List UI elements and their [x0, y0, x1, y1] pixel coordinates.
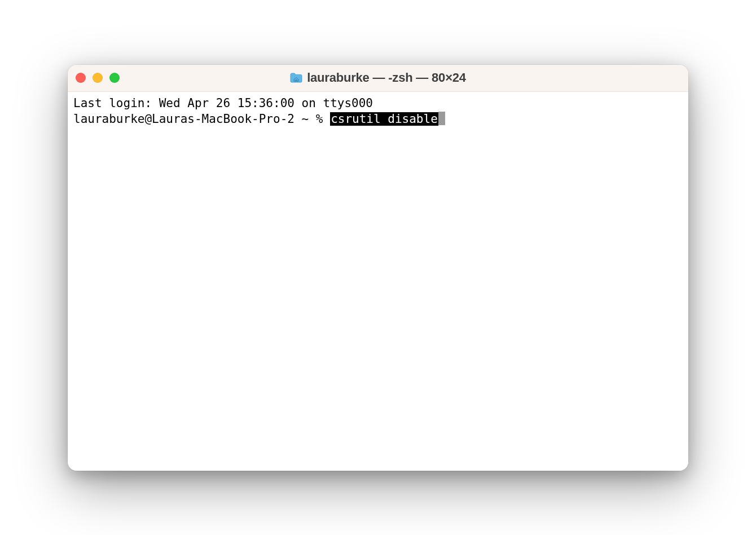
close-icon[interactable]: [76, 73, 86, 83]
home-folder-icon: [290, 73, 302, 83]
terminal-body[interactable]: Last login: Wed Apr 26 15:36:00 on ttys0…: [68, 92, 688, 471]
traffic-lights: [76, 73, 120, 83]
cursor-icon: [438, 112, 445, 125]
minimize-icon[interactable]: [93, 73, 103, 83]
prompt-line: lauraburke@Lauras-MacBook-Pro-2 ~ % csru…: [73, 111, 683, 127]
terminal-window: lauraburke — -zsh — 80×24 Last login: We…: [68, 65, 688, 471]
titlebar[interactable]: lauraburke — -zsh — 80×24: [68, 65, 688, 92]
last-login-line: Last login: Wed Apr 26 15:36:00 on ttys0…: [73, 95, 683, 111]
window-title-area: lauraburke — -zsh — 80×24: [68, 70, 688, 85]
maximize-icon[interactable]: [109, 73, 120, 83]
command-text[interactable]: csrutil disable: [330, 112, 438, 126]
shell-prompt: lauraburke@Lauras-MacBook-Pro-2 ~ %: [73, 112, 330, 126]
window-title: lauraburke — -zsh — 80×24: [307, 70, 466, 85]
